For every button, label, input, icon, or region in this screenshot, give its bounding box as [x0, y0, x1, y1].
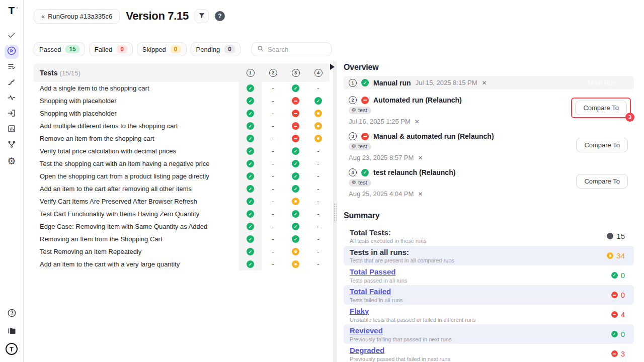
remove-run-icon[interactable]: ✕ [415, 118, 420, 125]
branch-icon [7, 140, 16, 151]
sidebar-item-milestones[interactable] [5, 76, 19, 90]
sidebar-item-test-plans[interactable] [5, 60, 19, 74]
status-cell: - [307, 233, 330, 245]
run-item[interactable]: 3Manual & automated run (Relaunch)⚙testA… [344, 132, 634, 162]
filter-button[interactable] [195, 9, 209, 23]
status-cell: ✓ [284, 233, 307, 245]
summary-label[interactable]: Total Failed [350, 287, 391, 296]
sidebar-item-analytics[interactable] [5, 92, 19, 106]
status-cell [284, 195, 307, 208]
sidebar-help[interactable] [5, 307, 19, 321]
remove-run-icon[interactable]: ✕ [418, 191, 423, 198]
test-table-row[interactable]: Remove an item from the shopping cart✓- [34, 132, 330, 145]
summary-row[interactable]: RevievedPreviously failing that passed i… [344, 324, 634, 344]
run-item[interactable]: 4✓test relaunch (Relaunch)⚙testAug 25, 2… [344, 168, 634, 198]
test-table-row[interactable]: Removing an Item from the Shopping Cart✓… [34, 233, 330, 245]
folders-icon [7, 326, 17, 338]
back-button-label: RunGroup #13a335c6 [48, 13, 112, 20]
summary-row-text: Total FailedTests failed in all runs [350, 287, 611, 303]
sidebar-item-tasks[interactable] [5, 29, 19, 43]
search-input[interactable] [268, 46, 323, 53]
test-table-row[interactable]: Shopping with placeholder✓- [34, 107, 330, 120]
summary-row[interactable]: Total PassedTests passed in all runs✓0 [344, 265, 634, 285]
collapse-arrow-icon[interactable] [330, 64, 335, 70]
test-table-row[interactable]: Verify Cart Items Are Preserved After Br… [34, 195, 330, 208]
annotation-highlight-box: Compare To3 [571, 98, 631, 118]
double-chevron-left-icon: « [41, 13, 44, 20]
summary-row[interactable]: DegradedPreviously passed that failed in… [344, 344, 634, 362]
status-cell: - [262, 170, 284, 183]
sidebar-item-settings[interactable]: ⚙ [5, 154, 19, 168]
filter-tab-pending[interactable]: Pending0 [191, 42, 240, 56]
test-table-row[interactable]: Verify total price calculation with deci… [34, 145, 330, 157]
test-table-row[interactable]: Test Cart Functionality with Items Havin… [34, 208, 330, 220]
run-item[interactable]: 2Automated run (Relaunch)⚙testJul 16, 20… [344, 96, 634, 126]
status-cell [284, 132, 307, 145]
summary-row[interactable]: FlakyUnstable tests that passed or faile… [344, 305, 634, 324]
test-table-row[interactable]: Edge Case: Removing Item with Same Quant… [34, 220, 330, 233]
status-cell: - [307, 195, 330, 208]
run-date: Jul 16, 2025 1:25 PM [349, 118, 411, 125]
compare-to-button[interactable]: Compare To [575, 101, 627, 115]
filter-tab-skipped[interactable]: Skipped0 [137, 42, 187, 56]
help-button[interactable]: ? [215, 11, 225, 21]
overview-pane: Overview 1✓Manual runJul 15, 2025 8:15 P… [339, 26, 644, 362]
status-cell: - [262, 82, 284, 95]
sidebar-item-reports[interactable] [5, 123, 19, 137]
summary-value: ✓0 [611, 330, 625, 338]
test-table-row[interactable]: Add multiple different items to the shop… [34, 120, 330, 132]
test-table-row[interactable]: Shopping with placeholder✓-✓ [34, 95, 330, 107]
run-tag: ⚙test [349, 143, 371, 150]
search-icon [257, 45, 264, 54]
test-table-row[interactable]: Test the shopping cart with an item havi… [34, 157, 330, 170]
passed-status-icon: ✓ [292, 235, 299, 243]
summary-row[interactable]: Tests in all runs:Tests that are present… [344, 246, 634, 265]
filter-tab-failed[interactable]: Failed0 [89, 42, 133, 56]
passed-status-icon: ✓ [247, 223, 254, 230]
status-cell: ✓ [239, 132, 262, 145]
test-name: Add an item to the cart after removing a… [34, 185, 239, 193]
divider-grip-handle[interactable] [334, 203, 337, 222]
no-result-dash: - [317, 248, 319, 255]
status-cell: - [262, 157, 284, 170]
app-logo-icon[interactable]: T' [9, 5, 15, 16]
sidebar-item-branches[interactable] [5, 138, 19, 152]
filter-tab-passed[interactable]: Passed15 [34, 42, 85, 56]
summary-row[interactable]: Total Tests:All tests executed in these … [344, 226, 634, 246]
summary-label[interactable]: Total Passed [350, 267, 395, 276]
run-column-header: 3 [284, 63, 307, 82]
test-table-row[interactable]: Add a single item to the shopping cart✓-… [34, 82, 330, 95]
run-number-2-icon: 2 [269, 69, 277, 77]
summary-label[interactable]: Flaky [350, 307, 369, 315]
compare-to-button[interactable]: Compare To [576, 138, 628, 152]
run-item-main[interactable]: 1✓Manual runJul 15, 2025 8:15 PM✕Main Ru… [344, 76, 634, 89]
bar-chart-icon [7, 124, 16, 135]
summary-description: Tests failed in all runs [350, 297, 611, 303]
passed-status-icon: ✓ [247, 172, 254, 180]
test-table-row[interactable]: Test Removing an Item Repeatedly✓-- [34, 245, 330, 258]
no-result-dash: - [317, 260, 319, 268]
account-logo-icon[interactable]: T [6, 343, 18, 355]
test-table-row[interactable]: Add an item to the cart after removing a… [34, 183, 330, 195]
no-result-dash: - [272, 248, 274, 255]
test-name: Edge Case: Removing Item with Same Quant… [34, 223, 239, 230]
sidebar-projects[interactable] [5, 325, 19, 339]
summary-label: Tests in all runs: [350, 248, 607, 256]
summary-row-text: Total Tests:All tests executed in these … [350, 228, 607, 244]
compare-to-button[interactable]: Compare To [576, 174, 628, 189]
status-cell: ✓ [239, 208, 262, 220]
test-name: Test the shopping cart with an item havi… [34, 160, 239, 167]
summary-label[interactable]: Revieved [350, 326, 383, 335]
summary-row[interactable]: Total FailedTests failed in all runs0 [344, 285, 634, 305]
test-name: Shopping with placeholder [34, 110, 239, 117]
test-table-row[interactable]: Open the shopping cart from a product li… [34, 170, 330, 183]
back-to-rungroup-button[interactable]: « RunGroup #13a335c6 [34, 9, 120, 24]
remove-run-icon[interactable]: ✕ [418, 154, 423, 161]
test-table-row[interactable]: Add an item to the cart with a very larg… [34, 258, 330, 270]
sidebar-item-import[interactable] [5, 107, 19, 121]
remove-run-icon[interactable]: ✕ [482, 79, 487, 86]
stairs-icon [7, 77, 16, 88]
sidebar-item-runs[interactable] [5, 45, 19, 59]
passed-status-icon: ✓ [247, 235, 254, 243]
summary-label[interactable]: Degraded [350, 346, 384, 354]
